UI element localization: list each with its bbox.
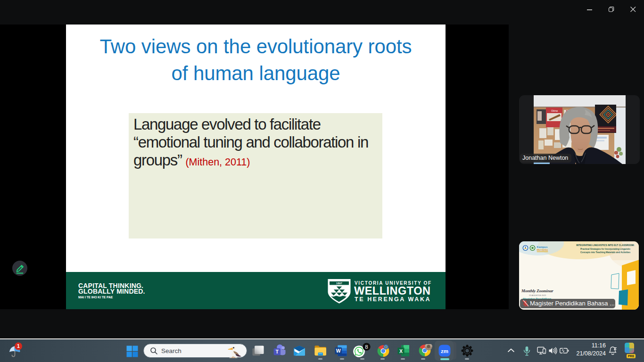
svg-text:Monthly Zoominar: Monthly Zoominar xyxy=(521,288,553,293)
svg-text:1: 1 xyxy=(17,343,20,349)
svg-text:zm: zm xyxy=(441,348,448,354)
svg-text:8: 8 xyxy=(365,344,368,350)
svg-text:PRE: PRE xyxy=(628,354,635,358)
svg-text:X: X xyxy=(399,348,403,354)
svg-text:T: T xyxy=(275,349,279,354)
svg-text:Kampus: Kampus xyxy=(537,246,548,248)
svg-text:W: W xyxy=(336,348,341,354)
svg-text:Concepts into Teaching Materia: Concepts into Teaching Materials and Act… xyxy=(580,251,630,254)
svg-text:Merdeka: Merdeka xyxy=(537,248,548,251)
svg-text:1897: 1897 xyxy=(336,282,342,285)
svg-text:21 AGUSTUS 2021: 21 AGUSTUS 2021 xyxy=(529,294,546,296)
svg-text:Okina: Okina xyxy=(551,109,558,112)
svg-text:Practical Strategies for Incor: Practical Strategies for Incorporating L… xyxy=(580,248,630,250)
svg-text:INTEGRATING LINGUISTICS INTO E: INTEGRATING LINGUISTICS INTO ELT CLASSRO… xyxy=(576,244,635,247)
